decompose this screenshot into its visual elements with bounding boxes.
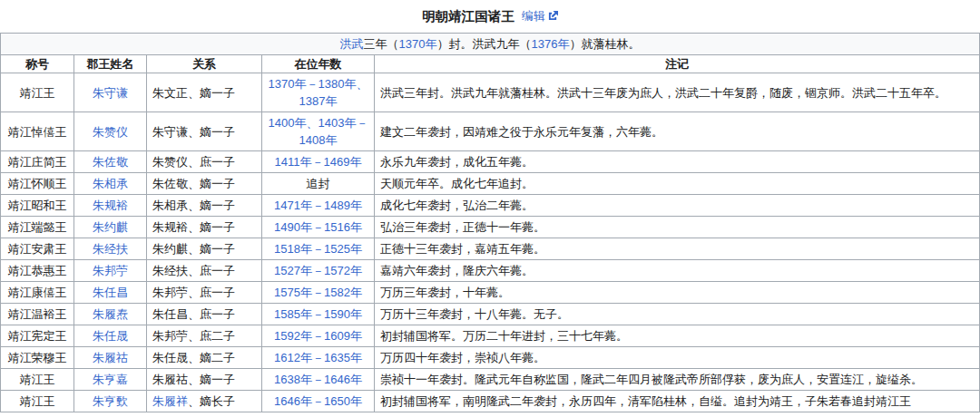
table-row: 靖江端懿王 朱约麒 朱规裕、嫡一子 1490年－1516年 弘治三年袭封，正德十… — [1, 217, 980, 238]
reign-years-link[interactable]: 1612年－1635年 — [274, 351, 362, 364]
prince-relation: 朱约麒、嫡一子 — [147, 238, 262, 260]
relation-text: 朱佐敬、嫡一子 — [152, 177, 235, 190]
reign-years-cell: 1400年、1403年－1408年 — [262, 112, 375, 151]
prince-name-link[interactable]: 朱守谦 — [93, 86, 128, 100]
prince-name-cell: 朱邦苧 — [74, 260, 147, 282]
note-text: 初封辅国将军。万历二十年进封，三十七年薨。 — [375, 325, 980, 347]
reign-years-link: 追封 — [307, 177, 330, 190]
prince-title: 靖江端懿王 — [1, 217, 74, 238]
reign-years-cell: 1612年－1635年 — [262, 347, 375, 369]
relation-text: 朱守谦、嫡一子 — [152, 125, 235, 139]
table-row: 靖江庄简王 朱佐敬 朱赞仪、庶一子 1411年－1469年 永乐九年袭封，成化五… — [1, 151, 980, 173]
reign-years-link[interactable]: 1411年－1469年 — [275, 155, 362, 169]
reign-years-cell: 1518年－1525年 — [262, 238, 375, 260]
reign-years-link[interactable]: 1575年－1582年 — [274, 286, 362, 299]
prince-name-link[interactable]: 朱任昌 — [93, 286, 128, 299]
jingjiang-princes-table: 洪武三年（1370年）封。洪武九年（1376年）就藩桂林。 称号 郡王姓名 关系… — [0, 33, 980, 412]
prince-name-link[interactable]: 朱经扶 — [93, 242, 128, 256]
table-row: 靖江王 朱亨歅 朱履祥、嫡长子 1646年－1650年 初封辅国将军，南明隆武二… — [1, 391, 980, 412]
prince-title: 靖江安肃王 — [1, 238, 74, 260]
table-row: 靖江怀顺王 朱相承 朱佐敬、嫡一子 追封 天顺元年卒。成化七年追封。 — [1, 173, 980, 195]
reign-years-link[interactable]: 1490年－1516年 — [274, 220, 362, 234]
prince-name-link[interactable]: 朱规裕 — [93, 199, 128, 212]
enfeoffment-summary: 洪武三年（1370年）封。洪武九年（1376年）就藩桂林。 — [1, 34, 980, 55]
prince-title: 靖江怀顺王 — [1, 173, 74, 195]
prince-name-link[interactable]: 朱亨歅 — [93, 394, 128, 408]
reign-years-cell: 1592年－1609年 — [262, 325, 375, 347]
relation-text: 朱邦苧、庶二子 — [152, 329, 235, 343]
prince-name-link[interactable]: 朱亨嘉 — [93, 373, 128, 386]
prince-title: 靖江宪定王 — [1, 325, 74, 347]
reign-years-link[interactable]: 1400年、1403年－1408年 — [269, 116, 368, 147]
note-text: 弘治三年袭封，正德十一年薨。 — [375, 217, 980, 238]
reign-years-cell: 1575年－1582年 — [262, 282, 375, 304]
year-1376-link[interactable]: 1376年 — [532, 37, 570, 51]
prince-name-link[interactable]: 朱履焘 — [93, 307, 128, 321]
prince-name-cell: 朱规裕 — [74, 195, 147, 217]
reign-years-link[interactable]: 1518年－1525年 — [274, 242, 362, 256]
reign-years-cell: 1585年－1590年 — [262, 304, 375, 325]
prince-title: 靖江恭惠王 — [1, 260, 74, 282]
reign-years-link[interactable]: 1370年－1380年、1387年 — [269, 77, 368, 108]
reign-years-link[interactable]: 1638年－1646年 — [274, 373, 362, 386]
edit-link-label: 编辑 — [522, 8, 545, 24]
prince-relation: 朱文正、嫡一子 — [147, 73, 262, 112]
column-header-relation: 关系 — [147, 55, 262, 73]
table-row: 靖江荣穆王 朱履祜 朱任晟、嫡二子 1612年－1635年 万历四十年袭封，崇祯… — [1, 347, 980, 369]
external-link-icon — [548, 10, 558, 24]
prince-name-link[interactable]: 朱佐敬 — [93, 155, 128, 169]
relation-text: 朱履祜、嫡一子 — [152, 373, 235, 386]
table-row: 靖江王 朱亨嘉 朱履祜、嫡一子 1638年－1646年 崇祯十一年袭封。隆武元年… — [1, 369, 980, 391]
header-row: 称号 郡王姓名 关系 在位年数 注记 — [1, 55, 980, 73]
prince-title: 靖江王 — [1, 369, 74, 391]
prince-title: 靖江温裕王 — [1, 304, 74, 325]
reign-years-link[interactable]: 1592年－1609年 — [274, 329, 362, 343]
edit-link[interactable]: 编辑 — [522, 8, 558, 24]
prince-name-cell: 朱约麒 — [74, 217, 147, 238]
prince-relation: 朱佐敬、嫡一子 — [147, 173, 262, 195]
note-text: 正德十三年袭封，嘉靖五年薨。 — [375, 238, 980, 260]
prince-name-cell: 朱亨嘉 — [74, 369, 147, 391]
relation-parent-link[interactable]: 朱履祥 — [152, 394, 188, 408]
prince-name-link[interactable]: 朱任晟 — [93, 329, 128, 343]
table-row: 靖江恭惠王 朱邦苧 朱经扶、庶一子 1527年－1572年 嘉靖六年袭封，隆庆六… — [1, 260, 980, 282]
prince-title: 靖江王 — [1, 391, 74, 412]
relation-text: 朱任昌、庶一子 — [152, 307, 235, 321]
column-header-name: 郡王姓名 — [74, 55, 147, 73]
prince-name-link[interactable]: 朱邦苧 — [93, 264, 128, 277]
reign-years-link[interactable]: 1646年－1650年 — [274, 394, 362, 408]
prince-title: 靖江康僖王 — [1, 282, 74, 304]
column-header-notes: 注记 — [375, 55, 980, 73]
prince-name-cell: 朱任晟 — [74, 325, 147, 347]
prince-name-cell: 朱赞仪 — [74, 112, 147, 151]
relation-text: 朱相承、嫡一子 — [152, 199, 235, 212]
prince-name-cell: 朱经扶 — [74, 238, 147, 260]
year-1370-link[interactable]: 1370年 — [399, 37, 437, 51]
prince-name-link[interactable]: 朱赞仪 — [93, 125, 128, 139]
reign-years-link[interactable]: 1527年－1572年 — [274, 264, 362, 277]
relation-text: 朱规裕、嫡一子 — [152, 220, 235, 234]
era-link[interactable]: 洪武 — [340, 37, 364, 51]
page-title: 明朝靖江国诸王 — [422, 8, 514, 25]
prince-name-link[interactable]: 朱履祜 — [93, 351, 128, 364]
prince-relation: 朱邦苧、庶一子 — [147, 282, 262, 304]
subtitle-text: ）封。洪武九年（ — [437, 37, 532, 51]
note-text: 嘉靖六年袭封，隆庆六年薨。 — [375, 260, 980, 282]
reign-years-cell: 1646年－1650年 — [262, 391, 375, 412]
prince-relation: 朱履祥、嫡长子 — [147, 391, 262, 412]
reign-years-link[interactable]: 1585年－1590年 — [274, 307, 362, 321]
prince-name-cell: 朱相承 — [74, 173, 147, 195]
reign-years-link[interactable]: 1471年－1489年 — [274, 199, 362, 212]
reign-years-cell: 1471年－1489年 — [262, 195, 375, 217]
prince-title: 靖江庄简王 — [1, 151, 74, 173]
table-title-bar: 明朝靖江国诸王 编辑 — [0, 0, 980, 33]
subtitle-row: 洪武三年（1370年）封。洪武九年（1376年）就藩桂林。 — [1, 34, 980, 55]
prince-relation: 朱履祜、嫡一子 — [147, 369, 262, 391]
prince-relation: 朱赞仪、庶一子 — [147, 151, 262, 173]
prince-name-link[interactable]: 朱约麒 — [93, 220, 128, 234]
prince-name-cell: 朱守谦 — [74, 73, 147, 112]
table-row: 靖江安肃王 朱经扶 朱约麒、嫡一子 1518年－1525年 正德十三年袭封，嘉靖… — [1, 238, 980, 260]
relation-text: 朱邦苧、庶一子 — [152, 286, 235, 299]
subtitle-text: ）就藩桂林。 — [569, 37, 640, 51]
prince-name-link[interactable]: 朱相承 — [93, 177, 128, 190]
